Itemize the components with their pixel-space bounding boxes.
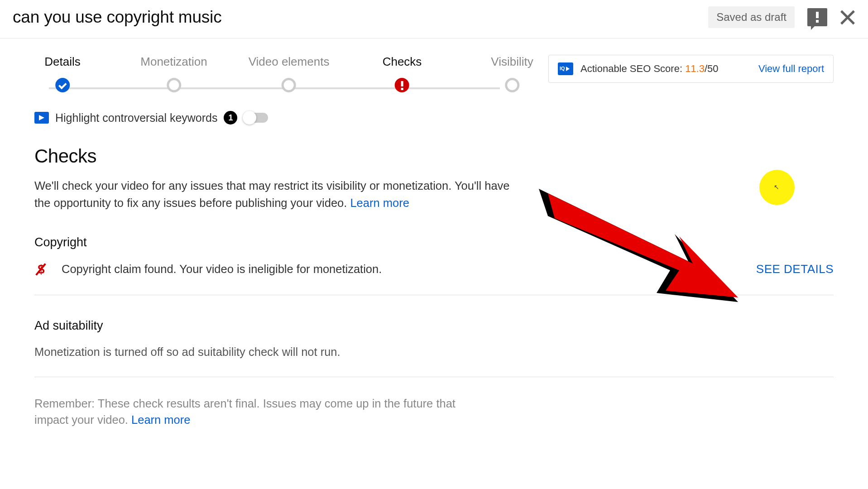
send-feedback-link[interactable]: Send feedback [758,427,834,428]
ad-suitability-message: Monetization is turned off so ad suitabi… [34,345,834,359]
ad-suitability-heading: Ad suitability [34,319,834,333]
see-details-button[interactable]: SEE DETAILS [756,262,834,276]
draft-status-badge: Saved as draft [708,6,795,28]
close-icon[interactable] [840,10,855,25]
learn-more-link[interactable]: Learn more [350,197,409,209]
disclaimer-note: Remember: These check results aren't fin… [34,395,487,429]
keyword-toggle-label: Highlight controversial keywords [55,111,217,125]
checks-description: We'll check your video for any issues th… [34,177,514,212]
no-dollar-icon: $ [34,262,47,277]
view-full-report-link[interactable]: View full report [758,63,824,75]
cursor-highlight-overlay: ↖ [759,170,795,205]
upload-stepper: Details Monetization Video elements Chec… [34,55,514,96]
checks-heading: Checks [34,145,834,167]
learn-more-link[interactable]: Learn more [131,413,190,426]
step-checks[interactable]: Checks [383,55,422,92]
annotation-arrow [530,184,743,329]
step-details[interactable]: Details [44,55,80,92]
extension-play-icon [34,112,49,124]
seo-score-card: Actionable SEO Score: 11.3/50 View full … [548,55,834,83]
check-icon [55,78,70,92]
video-title: can you use copyright music [13,8,708,27]
copyright-heading: Copyright [34,235,834,249]
keyword-highlight-row: Highlight controversial keywords 1 [34,111,834,125]
keyword-toggle-switch[interactable] [244,113,268,123]
dialog-header: can you use copyright music Saved as dra… [0,0,868,38]
divider [34,295,834,295]
divider [34,377,834,377]
seo-extension-icon [558,62,573,75]
step-visibility[interactable]: Visibility [491,55,533,92]
error-icon [395,78,409,92]
step-monetization[interactable]: Monetization [140,55,207,92]
copyright-message: Copyright claim found. Your video is ine… [62,263,382,276]
step-video-elements[interactable]: Video elements [249,55,330,92]
keyword-count-badge: 1 [224,111,237,125]
seo-score-text: Actionable SEO Score: 11.3/50 [580,63,719,75]
feedback-icon[interactable] [807,8,827,26]
